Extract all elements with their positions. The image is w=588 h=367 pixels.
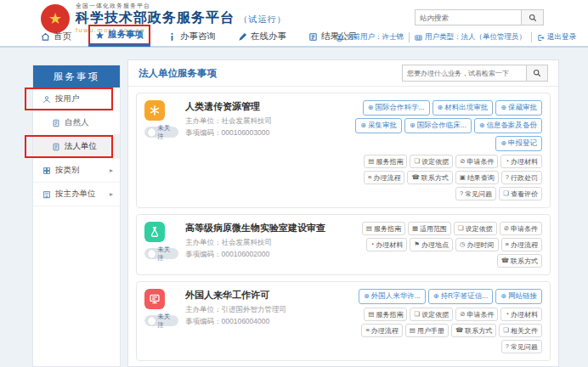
link-button[interactable]: ☎联系方式 xyxy=(451,324,496,337)
link-button-label: 办理流程 xyxy=(373,173,400,183)
search-icon xyxy=(529,14,537,22)
entry-button[interactable]: ⊕采集审批 xyxy=(355,118,402,133)
sidebar-item-by-user[interactable]: 按用户 xyxy=(33,88,120,111)
entry-button[interactable]: ⊕国际合作临床... xyxy=(404,118,472,133)
site-search xyxy=(415,9,544,25)
sidebar-item-by-host-unit[interactable]: 按主办单位 ▸ xyxy=(33,183,120,206)
service-list: 未关注 人类遗传资源管理 主办单位：社会发展科技司 事项编码：000106003… xyxy=(128,87,558,367)
link-button[interactable]: ▣结果查询 xyxy=(455,171,499,184)
link-button[interactable]: ⊘申请条件 xyxy=(455,308,498,321)
sidebar-item-by-category[interactable]: 按类别 ▸ xyxy=(33,159,120,183)
doc-icon xyxy=(52,143,60,151)
service-title[interactable]: 人类遗传资源管理 xyxy=(185,100,345,113)
plus-circle-icon: ⊕ xyxy=(364,293,370,300)
link-button[interactable]: ❏设定依据 xyxy=(410,155,453,168)
link-button[interactable]: ◔办理材料 xyxy=(500,308,542,321)
plus-circle-icon: ⊕ xyxy=(433,293,439,300)
link-button[interactable]: ≡办理流程 xyxy=(361,324,402,337)
condition-icon: ⊘ xyxy=(504,225,509,232)
materials-icon: ◔ xyxy=(370,241,375,248)
genetics-icon xyxy=(144,100,165,121)
link-button[interactable]: ⚑办理地点 xyxy=(410,238,453,251)
contact-icon: ☎ xyxy=(501,257,509,264)
sidebar-item-legal-entity[interactable]: 法人单位 xyxy=(33,135,120,159)
site-search-input[interactable] xyxy=(416,10,521,25)
nav-item-home[interactable]: 首页 xyxy=(36,28,76,45)
link-button[interactable]: ≡办理流程 xyxy=(501,238,542,251)
service-title[interactable]: 高等级病原微生物实验室建设审查 xyxy=(185,222,345,234)
service-search-button[interactable] xyxy=(526,65,547,81)
logout[interactable]: 退出登录 xyxy=(531,32,581,42)
link-button-label: 行政处罚 xyxy=(511,173,538,183)
link-button[interactable]: ◔办理材料 xyxy=(366,238,408,251)
follow-toggle[interactable]: 未关注 xyxy=(144,248,178,259)
link-button[interactable]: ☎联系方式 xyxy=(497,254,542,268)
link-button-label: 办理流程 xyxy=(511,240,538,250)
time-icon: ◷ xyxy=(460,241,466,248)
entry-button-label: 持R字签证信... xyxy=(441,291,489,302)
nav-item-online[interactable]: 在线办事 xyxy=(233,28,291,45)
user-bar: 当前用户：许士锦 用户类型：法人（单位管理员） 退出登录 xyxy=(331,32,581,42)
entry-button[interactable]: ⊕材料出境审批 xyxy=(433,100,494,116)
link-button-label: 联系方式 xyxy=(511,257,538,266)
link-button[interactable]: ▤用户手册 xyxy=(405,324,449,337)
link-button[interactable]: ▤服务指南 xyxy=(362,222,405,235)
link-button[interactable]: ?行政处罚 xyxy=(501,171,542,184)
link-button[interactable]: ⊘申请条件 xyxy=(500,222,542,235)
result-icon: ▣ xyxy=(460,174,466,181)
link-button[interactable]: ◷办理时间 xyxy=(455,238,499,251)
site-search-button[interactable] xyxy=(521,10,543,25)
link-button[interactable]: ?常见问题 xyxy=(455,187,496,200)
entry-button[interactable]: ⊕持R字签证信... xyxy=(428,289,493,304)
link-button[interactable]: ?常见问题 xyxy=(501,340,542,353)
link-button[interactable]: ▤服务指南 xyxy=(364,308,407,321)
link-button-label: 办理流程 xyxy=(371,326,399,336)
entry-button[interactable]: ⊕保藏审批 xyxy=(495,100,542,116)
logout-icon xyxy=(537,34,545,42)
follow-state-label: 未关注 xyxy=(157,246,175,263)
link-button-label: 设定依据 xyxy=(421,157,449,167)
sidebar-title: 服务事项 xyxy=(33,65,120,88)
location-icon: ⚑ xyxy=(414,241,420,248)
nav-label: 办事咨询 xyxy=(180,31,216,42)
link-button[interactable]: ≡办理流程 xyxy=(364,171,404,184)
entry-button[interactable]: ⊕国际合作科学... xyxy=(363,100,430,116)
service-title[interactable]: 外国人来华工作许可 xyxy=(185,289,345,302)
service-search-input[interactable] xyxy=(403,65,526,81)
link-button-row: ▤服务指南❏设定依据⊘申请条件◔办理材料≡办理流程▤用户手册☎联系方式❏相关文件… xyxy=(352,308,542,353)
follow-toggle[interactable]: 未关注 xyxy=(144,127,178,138)
id-card-icon xyxy=(415,34,422,42)
link-button[interactable]: ❏查看评价 xyxy=(499,187,542,200)
follow-state-label: 未关注 xyxy=(157,313,175,330)
nav-item-services[interactable]: 服务事项 xyxy=(88,25,150,45)
link-button[interactable]: ◔办理材料 xyxy=(500,155,542,168)
entry-button[interactable]: ⊕信息备案及备份 xyxy=(474,118,542,133)
entry-button[interactable]: ⊕申报登记 xyxy=(495,136,542,151)
service-card: 未关注 人类遗传资源管理 主办单位：社会发展科技司 事项编码：000106003… xyxy=(136,93,551,208)
link-button-label: 申请条件 xyxy=(511,224,538,234)
materials-icon: ◔ xyxy=(505,158,509,165)
link-button[interactable]: ▦适用范围 xyxy=(408,222,451,235)
service-card-info: 外国人来华工作许可 主办单位：引进国外智力管理司 事项编码：0001060040… xyxy=(185,289,345,353)
link-button[interactable]: ❏设定依据 xyxy=(410,308,453,321)
plus-circle-icon: ⊕ xyxy=(479,122,485,129)
link-button-label: 服务指南 xyxy=(376,157,403,167)
link-button[interactable]: ▤服务指南 xyxy=(364,155,407,168)
follow-toggle[interactable]: 未关注 xyxy=(144,315,178,326)
nav-label: 首页 xyxy=(54,31,71,42)
sidebar-item-natural-person[interactable]: 自然人 xyxy=(33,111,120,135)
manual-icon: ▤ xyxy=(410,327,416,334)
current-user: 当前用户：许士锦 xyxy=(331,32,409,42)
service-card-left: 未关注 xyxy=(144,222,178,268)
entry-button[interactable]: ⊕外国人来华许... xyxy=(359,289,426,304)
link-button[interactable]: ☎联系方式 xyxy=(407,171,452,184)
link-button-label: 设定依据 xyxy=(421,310,449,319)
link-button[interactable]: ❏设定依据 xyxy=(454,222,497,235)
nav-item-consult[interactable]: 办事咨询 xyxy=(162,28,221,45)
faq-icon: ? xyxy=(460,190,463,197)
plus-circle-icon: ⊕ xyxy=(438,104,444,111)
link-button[interactable]: ❏相关文件 xyxy=(499,324,542,337)
link-button[interactable]: ⊘申请条件 xyxy=(455,155,498,168)
entry-button[interactable]: ⊕网站链接 xyxy=(495,289,542,304)
toggle-knob-icon xyxy=(148,317,155,325)
